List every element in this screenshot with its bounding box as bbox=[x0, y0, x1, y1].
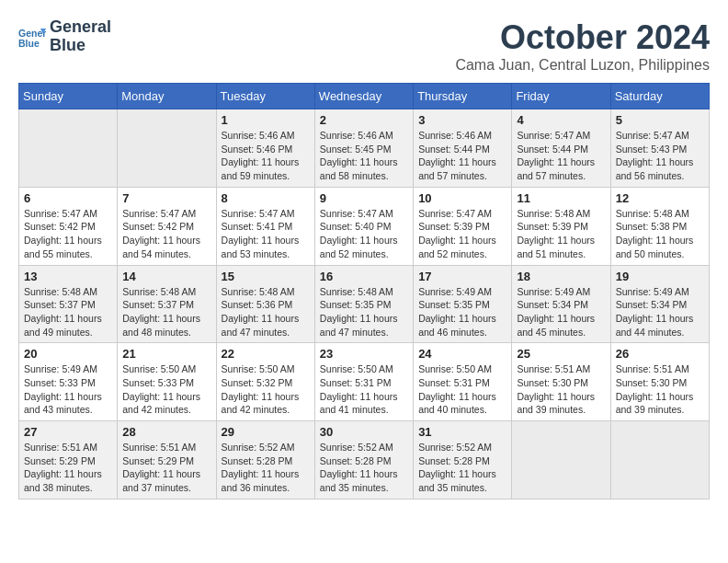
day-number: 14 bbox=[122, 270, 210, 283]
day-info: Sunrise: 5:48 AM Sunset: 5:37 PM Dayligh… bbox=[24, 285, 112, 339]
logo-text: General Blue bbox=[50, 18, 111, 55]
day-number: 3 bbox=[418, 113, 506, 127]
location-title: Cama Juan, Central Luzon, Philippines bbox=[455, 57, 710, 74]
calendar-day-cell: 18Sunrise: 5:49 AM Sunset: 5:34 PM Dayli… bbox=[512, 265, 610, 343]
day-info: Sunrise: 5:48 AM Sunset: 5:35 PM Dayligh… bbox=[320, 285, 408, 339]
calendar-day-cell: 9Sunrise: 5:47 AM Sunset: 5:40 PM Daylig… bbox=[314, 187, 413, 265]
day-info: Sunrise: 5:49 AM Sunset: 5:35 PM Dayligh… bbox=[418, 285, 506, 339]
weekday-header: Tuesday bbox=[216, 84, 314, 109]
logo: General Blue General Blue bbox=[18, 18, 111, 55]
day-info: Sunrise: 5:48 AM Sunset: 5:37 PM Dayligh… bbox=[122, 285, 210, 339]
calendar-day-cell: 23Sunrise: 5:50 AM Sunset: 5:31 PM Dayli… bbox=[314, 343, 413, 421]
day-info: Sunrise: 5:49 AM Sunset: 5:33 PM Dayligh… bbox=[24, 362, 112, 417]
day-number: 9 bbox=[320, 191, 408, 205]
day-number: 8 bbox=[222, 191, 310, 205]
day-number: 22 bbox=[222, 347, 310, 361]
calendar-day-cell: 4Sunrise: 5:47 AM Sunset: 5:44 PM Daylig… bbox=[512, 109, 610, 188]
weekday-header: Monday bbox=[118, 84, 216, 109]
day-number: 16 bbox=[320, 270, 408, 283]
weekday-header-row: SundayMondayTuesdayWednesdayThursdayFrid… bbox=[19, 84, 710, 109]
svg-text:Blue: Blue bbox=[18, 37, 40, 48]
day-number: 17 bbox=[418, 270, 506, 283]
calendar-day-cell: 26Sunrise: 5:51 AM Sunset: 5:30 PM Dayli… bbox=[610, 343, 709, 421]
day-number: 29 bbox=[222, 425, 310, 439]
day-info: Sunrise: 5:50 AM Sunset: 5:31 PM Dayligh… bbox=[320, 362, 408, 417]
calendar-day-cell: 25Sunrise: 5:51 AM Sunset: 5:30 PM Dayli… bbox=[512, 343, 610, 421]
calendar-day-cell: 30Sunrise: 5:52 AM Sunset: 5:28 PM Dayli… bbox=[314, 421, 413, 500]
calendar-day-cell: 28Sunrise: 5:51 AM Sunset: 5:29 PM Dayli… bbox=[118, 421, 216, 500]
day-info: Sunrise: 5:47 AM Sunset: 5:39 PM Dayligh… bbox=[418, 207, 506, 261]
month-title: October 2024 bbox=[455, 18, 710, 57]
day-number: 2 bbox=[320, 113, 408, 127]
logo-icon: General Blue bbox=[18, 23, 46, 51]
weekday-header: Friday bbox=[512, 84, 610, 109]
day-info: Sunrise: 5:47 AM Sunset: 5:42 PM Dayligh… bbox=[122, 207, 210, 261]
calendar-day-cell: 21Sunrise: 5:50 AM Sunset: 5:33 PM Dayli… bbox=[118, 343, 216, 421]
weekday-header: Wednesday bbox=[314, 84, 413, 109]
calendar-day-cell: 13Sunrise: 5:48 AM Sunset: 5:37 PM Dayli… bbox=[19, 265, 118, 343]
calendar-day-cell: 7Sunrise: 5:47 AM Sunset: 5:42 PM Daylig… bbox=[118, 187, 216, 265]
day-info: Sunrise: 5:48 AM Sunset: 5:38 PM Dayligh… bbox=[616, 207, 704, 261]
day-number: 30 bbox=[320, 425, 408, 439]
day-number: 19 bbox=[616, 270, 704, 283]
day-number: 21 bbox=[122, 347, 210, 361]
calendar-day-cell: 5Sunrise: 5:47 AM Sunset: 5:43 PM Daylig… bbox=[610, 109, 709, 188]
calendar-day-cell: 19Sunrise: 5:49 AM Sunset: 5:34 PM Dayli… bbox=[610, 265, 709, 343]
calendar-day-cell bbox=[118, 109, 216, 188]
calendar-day-cell: 2Sunrise: 5:46 AM Sunset: 5:45 PM Daylig… bbox=[314, 109, 413, 188]
day-number: 6 bbox=[24, 191, 112, 205]
day-number: 25 bbox=[517, 347, 605, 361]
calendar-week-row: 20Sunrise: 5:49 AM Sunset: 5:33 PM Dayli… bbox=[19, 343, 710, 421]
title-section: October 2024 Cama Juan, Central Luzon, P… bbox=[455, 18, 710, 74]
calendar-week-row: 6Sunrise: 5:47 AM Sunset: 5:42 PM Daylig… bbox=[19, 187, 710, 265]
day-number: 5 bbox=[616, 113, 704, 127]
calendar-week-row: 13Sunrise: 5:48 AM Sunset: 5:37 PM Dayli… bbox=[19, 265, 710, 343]
day-number: 31 bbox=[418, 425, 506, 439]
day-info: Sunrise: 5:46 AM Sunset: 5:45 PM Dayligh… bbox=[320, 129, 408, 183]
day-info: Sunrise: 5:48 AM Sunset: 5:39 PM Dayligh… bbox=[517, 207, 605, 261]
day-info: Sunrise: 5:47 AM Sunset: 5:44 PM Dayligh… bbox=[517, 129, 605, 183]
calendar-day-cell: 11Sunrise: 5:48 AM Sunset: 5:39 PM Dayli… bbox=[512, 187, 610, 265]
day-number: 4 bbox=[517, 113, 605, 127]
day-number: 20 bbox=[24, 347, 112, 361]
day-info: Sunrise: 5:47 AM Sunset: 5:42 PM Dayligh… bbox=[24, 207, 112, 261]
day-number: 18 bbox=[517, 270, 605, 283]
day-number: 23 bbox=[320, 347, 408, 361]
calendar-day-cell: 20Sunrise: 5:49 AM Sunset: 5:33 PM Dayli… bbox=[19, 343, 118, 421]
calendar-day-cell: 1Sunrise: 5:46 AM Sunset: 5:46 PM Daylig… bbox=[216, 109, 314, 188]
calendar-day-cell: 6Sunrise: 5:47 AM Sunset: 5:42 PM Daylig… bbox=[19, 187, 118, 265]
day-number: 13 bbox=[24, 270, 112, 283]
day-info: Sunrise: 5:52 AM Sunset: 5:28 PM Dayligh… bbox=[222, 441, 310, 495]
logo-line2: Blue bbox=[50, 37, 111, 55]
day-info: Sunrise: 5:47 AM Sunset: 5:40 PM Dayligh… bbox=[320, 207, 408, 261]
day-info: Sunrise: 5:51 AM Sunset: 5:29 PM Dayligh… bbox=[24, 441, 112, 495]
day-info: Sunrise: 5:50 AM Sunset: 5:33 PM Dayligh… bbox=[122, 362, 210, 417]
day-number: 24 bbox=[418, 347, 506, 361]
calendar-week-row: 1Sunrise: 5:46 AM Sunset: 5:46 PM Daylig… bbox=[19, 109, 710, 188]
day-info: Sunrise: 5:51 AM Sunset: 5:29 PM Dayligh… bbox=[122, 441, 210, 495]
day-info: Sunrise: 5:50 AM Sunset: 5:32 PM Dayligh… bbox=[222, 362, 310, 417]
day-number: 10 bbox=[418, 191, 506, 205]
calendar-day-cell: 16Sunrise: 5:48 AM Sunset: 5:35 PM Dayli… bbox=[314, 265, 413, 343]
calendar-day-cell: 24Sunrise: 5:50 AM Sunset: 5:31 PM Dayli… bbox=[414, 343, 512, 421]
calendar-day-cell: 14Sunrise: 5:48 AM Sunset: 5:37 PM Dayli… bbox=[118, 265, 216, 343]
day-number: 1 bbox=[222, 113, 310, 127]
day-info: Sunrise: 5:46 AM Sunset: 5:46 PM Dayligh… bbox=[222, 129, 310, 183]
calendar-day-cell bbox=[512, 421, 610, 500]
calendar-week-row: 27Sunrise: 5:51 AM Sunset: 5:29 PM Dayli… bbox=[19, 421, 710, 500]
day-info: Sunrise: 5:49 AM Sunset: 5:34 PM Dayligh… bbox=[517, 285, 605, 339]
calendar-day-cell: 22Sunrise: 5:50 AM Sunset: 5:32 PM Dayli… bbox=[216, 343, 314, 421]
day-info: Sunrise: 5:51 AM Sunset: 5:30 PM Dayligh… bbox=[616, 362, 704, 417]
day-info: Sunrise: 5:46 AM Sunset: 5:44 PM Dayligh… bbox=[418, 129, 506, 183]
day-info: Sunrise: 5:50 AM Sunset: 5:31 PM Dayligh… bbox=[418, 362, 506, 417]
day-info: Sunrise: 5:49 AM Sunset: 5:34 PM Dayligh… bbox=[616, 285, 704, 339]
day-info: Sunrise: 5:47 AM Sunset: 5:43 PM Dayligh… bbox=[616, 129, 704, 183]
calendar-day-cell: 27Sunrise: 5:51 AM Sunset: 5:29 PM Dayli… bbox=[19, 421, 118, 500]
day-info: Sunrise: 5:51 AM Sunset: 5:30 PM Dayligh… bbox=[517, 362, 605, 417]
day-number: 7 bbox=[122, 191, 210, 205]
calendar-day-cell: 10Sunrise: 5:47 AM Sunset: 5:39 PM Dayli… bbox=[414, 187, 512, 265]
day-info: Sunrise: 5:48 AM Sunset: 5:36 PM Dayligh… bbox=[222, 285, 310, 339]
calendar-day-cell: 17Sunrise: 5:49 AM Sunset: 5:35 PM Dayli… bbox=[414, 265, 512, 343]
calendar-day-cell: 15Sunrise: 5:48 AM Sunset: 5:36 PM Dayli… bbox=[216, 265, 314, 343]
weekday-header: Sunday bbox=[19, 84, 118, 109]
